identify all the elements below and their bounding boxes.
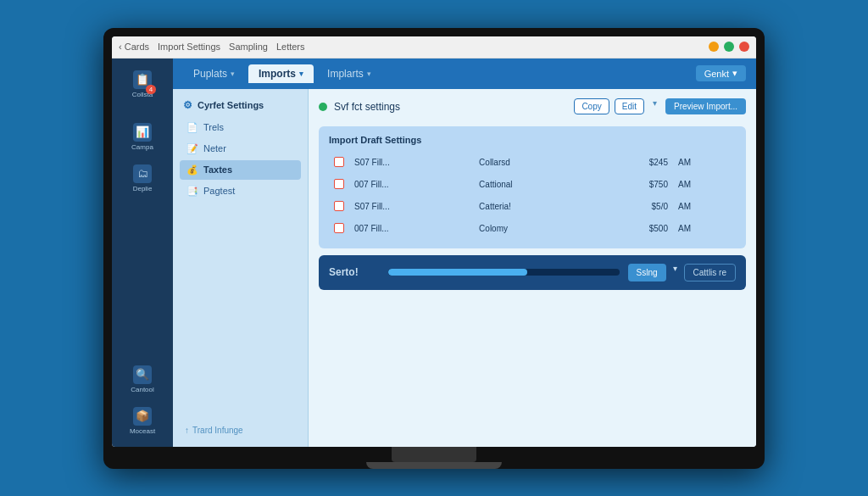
tab-implarts-arrow: ▾ xyxy=(367,70,371,78)
cat-col-4: Colomy xyxy=(474,218,593,240)
deplie-icon: 🗂 xyxy=(133,164,152,183)
checkbox-1[interactable] xyxy=(334,157,344,167)
file-col-2: 007 Fill... xyxy=(349,174,474,196)
content-area: ⚙ Cyrfet Settings 📄 Trels 📝 Neter 💰 xyxy=(173,89,756,447)
panel-header-icon: ⚙ xyxy=(183,99,192,111)
dropdown-arrow-icon: ▾ xyxy=(649,98,660,114)
progress-bar-fill xyxy=(388,269,527,276)
checkbox-cell-1[interactable] xyxy=(329,152,349,174)
panel-menu-neter[interactable]: 📝 Neter xyxy=(180,139,301,159)
section-header: Svf fct settings Copy Edit ▾ Preview Imp… xyxy=(319,98,746,116)
table-row: 007 Fill... Cattional $750 AM xyxy=(329,174,736,196)
bottom-label: Serto! xyxy=(329,266,380,278)
sidebar-item-campa[interactable]: 📊 Campa xyxy=(117,118,168,156)
import-draft-card: Import Draft Settings S07 Fill... Collar… xyxy=(319,126,746,248)
panel-footer-icon: ↑ xyxy=(185,426,189,435)
progress-bar xyxy=(388,269,620,276)
title-bar: ‹ Cards Import Settings Sampling Letters xyxy=(112,36,756,59)
monitor-stand xyxy=(392,447,476,462)
sidebar: 📋 Collsta 4 📊 Campa 🗂 Deplie 🔍 Cantool xyxy=(112,59,173,447)
sidebar-item-collsta[interactable]: 📋 Collsta 4 xyxy=(117,65,168,114)
status-row: Svf fct settings xyxy=(319,98,400,116)
amount-col-3: $5/0 xyxy=(593,196,673,218)
checkbox-3[interactable] xyxy=(334,201,344,211)
amount-col-2: $750 xyxy=(593,174,673,196)
campa-icon: 📊 xyxy=(133,123,152,142)
close-button[interactable] xyxy=(739,42,749,52)
preview-import-button[interactable]: Preview Import... xyxy=(665,98,746,114)
genkt-button[interactable]: Genkt ▾ xyxy=(696,65,746,81)
table-row: S07 Fill... Catteria! $5/0 AM xyxy=(329,196,736,218)
tab-imports[interactable]: Imports ▾ xyxy=(248,64,314,83)
cattlis-button[interactable]: Cattlis re xyxy=(684,264,736,281)
panel-spacer xyxy=(180,203,301,419)
cat-col-2: Cattional xyxy=(474,174,593,196)
panel-footer[interactable]: ↑ Trard Infunge xyxy=(180,421,301,440)
copy-button[interactable]: Copy xyxy=(574,98,609,114)
sidebar-label-moceast: Moceast xyxy=(130,427,155,435)
time-col-3: AM xyxy=(673,196,736,218)
edit-button[interactable]: Edit xyxy=(615,98,644,114)
panel-header: ⚙ Cyrfet Settings xyxy=(180,96,301,116)
time-col-2: AM xyxy=(673,174,736,196)
status-dot xyxy=(319,103,327,111)
maximize-button[interactable] xyxy=(724,42,734,52)
genkt-arrow-icon: ▾ xyxy=(732,68,737,79)
monitor: ‹ Cards Import Settings Sampling Letters… xyxy=(103,28,765,469)
panel-menu-pagtest[interactable]: 📑 Pagtest xyxy=(180,181,301,201)
panel-menu-trels[interactable]: 📄 Trels xyxy=(180,118,301,137)
top-nav: Puplats ▾ Imports ▾ Implarts ▾ Genkt xyxy=(173,59,756,89)
bottom-section: Serto! Sslng ▾ Cattlis re xyxy=(319,255,746,290)
amount-col-4: $500 xyxy=(593,218,673,240)
checkbox-cell-4[interactable] xyxy=(329,218,349,240)
tab-puplats-arrow: ▾ xyxy=(231,70,235,78)
checkbox-2[interactable] xyxy=(334,179,344,189)
pagtest-icon: 📑 xyxy=(186,186,198,197)
nav-import-settings[interactable]: Import Settings xyxy=(158,42,220,52)
sidebar-badge-collsta: 4 xyxy=(146,85,156,94)
cat-col-3: Catteria! xyxy=(474,196,593,218)
card-title: Import Draft Settings xyxy=(329,135,736,145)
section-actions: Copy Edit ▾ Preview Import... xyxy=(574,98,746,114)
tab-implarts[interactable]: Implarts ▾ xyxy=(317,64,381,83)
time-col-4: AM xyxy=(673,218,736,240)
bottom-actions: Sslng ▾ Cattlis re xyxy=(628,264,736,281)
nav-sampling[interactable]: Sampling xyxy=(229,42,268,52)
checkbox-4[interactable] xyxy=(334,223,344,233)
nav-cards[interactable]: ‹ Cards xyxy=(119,42,149,52)
sidebar-item-deplie[interactable]: 🗂 Deplie xyxy=(117,159,168,198)
nav-letters[interactable]: Letters xyxy=(276,42,305,52)
right-panel: Svf fct settings Copy Edit ▾ Preview Imp… xyxy=(309,89,756,447)
monitor-base xyxy=(366,462,502,469)
app-layout: 📋 Collsta 4 📊 Campa 🗂 Deplie 🔍 Cantool xyxy=(112,59,756,447)
sidebar-label-campa: Campa xyxy=(131,143,153,151)
screen: ‹ Cards Import Settings Sampling Letters… xyxy=(112,36,756,447)
status-text: Svf fct settings xyxy=(334,101,400,113)
file-col-3: S07 Fill... xyxy=(349,196,474,218)
moceast-icon: 📦 xyxy=(133,407,152,426)
table-row: S07 Fill... Collarsd $245 AM xyxy=(329,152,736,174)
tab-puplats[interactable]: Puplats ▾ xyxy=(183,64,245,83)
amount-col-1: $245 xyxy=(593,152,673,174)
taxtes-icon: 💰 xyxy=(186,164,198,176)
dropdown-icon[interactable]: ▾ xyxy=(671,264,679,281)
sidebar-item-cantool[interactable]: 🔍 Cantool xyxy=(117,360,168,398)
minimize-button[interactable] xyxy=(709,42,719,52)
nav-right: Genkt ▾ xyxy=(696,65,746,81)
cat-col-1: Collarsd xyxy=(474,152,593,174)
file-col-1: S07 Fill... xyxy=(349,152,474,174)
title-nav: ‹ Cards Import Settings Sampling Letters xyxy=(119,42,305,52)
cantool-icon: 🔍 xyxy=(133,365,152,384)
checkbox-cell-3[interactable] xyxy=(329,196,349,218)
checkbox-cell-2[interactable] xyxy=(329,174,349,196)
sidebar-label-cantool: Cantool xyxy=(131,386,154,393)
panel-header-label: Cyrfet Settings xyxy=(198,100,264,110)
left-panel: ⚙ Cyrfet Settings 📄 Trels 📝 Neter 💰 xyxy=(173,89,309,447)
panel-menu-taxtes[interactable]: 💰 Taxtes xyxy=(180,160,301,180)
file-col-4: 007 Fill... xyxy=(349,218,474,240)
time-col-1: AM xyxy=(673,152,736,174)
sidebar-item-moceast[interactable]: 📦 Moceast xyxy=(117,402,168,440)
table-row: 007 Fill... Colomy $500 AM xyxy=(329,218,736,240)
import-table: S07 Fill... Collarsd $245 AM 007 Fill... xyxy=(329,152,736,240)
sslng-button[interactable]: Sslng xyxy=(628,264,666,281)
